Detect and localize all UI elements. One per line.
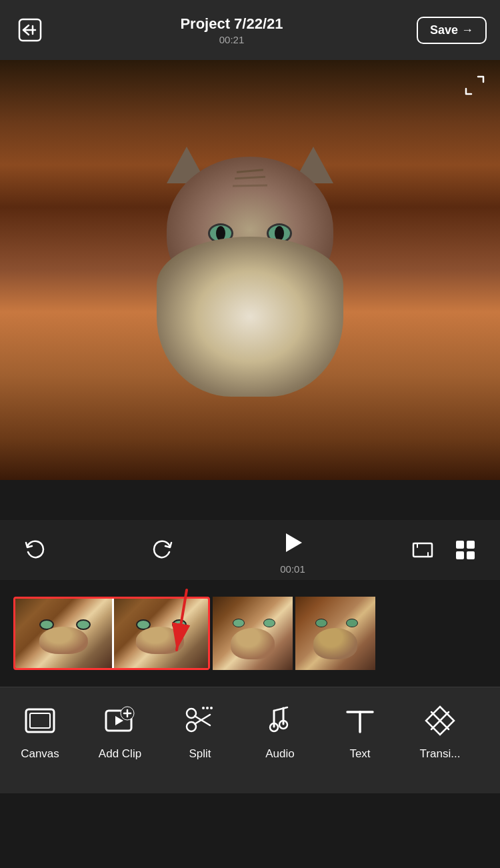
transition-icon-container bbox=[420, 701, 460, 741]
svg-line-20 bbox=[195, 715, 210, 724]
undo-button[interactable] bbox=[20, 535, 49, 565]
text-tool[interactable]: Text bbox=[320, 701, 400, 761]
canvas-icon-container bbox=[20, 701, 60, 741]
right-controls bbox=[408, 535, 480, 565]
text-label: Text bbox=[349, 747, 370, 761]
svg-point-23 bbox=[210, 707, 213, 709]
audio-icon bbox=[261, 701, 299, 740]
fullscreen-button[interactable] bbox=[461, 72, 488, 99]
svg-line-26 bbox=[274, 707, 287, 711]
mini-cat-face-4 bbox=[313, 628, 357, 659]
dark-gap bbox=[0, 480, 500, 520]
mini-eye-r-4 bbox=[346, 619, 358, 627]
aspect-ratio-button[interactable] bbox=[408, 535, 437, 565]
project-title: Project 7/22/21 bbox=[180, 15, 283, 33]
cat-face bbox=[143, 143, 357, 397]
back-button[interactable] bbox=[13, 13, 47, 47]
svg-rect-8 bbox=[467, 551, 475, 559]
mini-cat-face-3 bbox=[231, 628, 275, 659]
text-icon-container bbox=[340, 701, 380, 741]
transition-tool[interactable]: Transi... bbox=[400, 701, 480, 761]
controls-bar: 00:01 bbox=[0, 520, 500, 580]
clip-thumbnail-2 bbox=[112, 599, 209, 668]
header: Project 7/22/21 00:21 Save → bbox=[0, 0, 500, 60]
exit-icon bbox=[17, 17, 43, 43]
canvas-tool[interactable]: Canvas bbox=[0, 701, 80, 761]
project-duration: 00:21 bbox=[180, 34, 283, 45]
timeline-playhead bbox=[112, 599, 114, 668]
mini-cat-face-1 bbox=[39, 627, 87, 655]
add-clip-icon bbox=[101, 701, 139, 740]
clip-right-half bbox=[112, 599, 209, 668]
redo-button[interactable] bbox=[148, 535, 177, 565]
split-tool[interactable]: Split bbox=[160, 701, 240, 761]
aspect-ratio-icon bbox=[410, 537, 435, 563]
svg-rect-11 bbox=[30, 713, 50, 728]
add-clip-label: Add Clip bbox=[99, 747, 141, 761]
svg-marker-3 bbox=[286, 533, 302, 552]
playback-time: 00:01 bbox=[280, 563, 305, 575]
clip-thumbnail-1 bbox=[15, 599, 112, 668]
clip-left-half bbox=[15, 599, 112, 668]
timeline[interactable] bbox=[0, 580, 500, 687]
transition-icon bbox=[421, 701, 459, 740]
svg-rect-7 bbox=[456, 551, 464, 559]
audio-icon-container bbox=[260, 701, 300, 741]
mini-eye-r-1 bbox=[76, 619, 91, 630]
split-icon bbox=[181, 701, 219, 740]
save-button[interactable]: Save → bbox=[417, 17, 487, 44]
text-icon bbox=[341, 701, 379, 740]
bottom-toolbar: Canvas Add Clip bbox=[0, 687, 500, 793]
svg-point-21 bbox=[202, 707, 205, 709]
split-label: Split bbox=[189, 747, 211, 761]
transition-label: Transi... bbox=[420, 747, 461, 761]
clip-3[interactable] bbox=[295, 597, 375, 670]
timeline-track[interactable] bbox=[13, 593, 375, 673]
clip-thumbnail-4 bbox=[295, 597, 375, 670]
clip-thumbnail-3 bbox=[213, 597, 293, 670]
audio-tool[interactable]: Audio bbox=[240, 701, 320, 761]
mini-eye-l-3 bbox=[233, 619, 245, 627]
svg-rect-5 bbox=[456, 541, 464, 549]
stripe-2 bbox=[235, 176, 265, 179]
redo-icon bbox=[150, 537, 175, 563]
selected-clip[interactable] bbox=[13, 597, 210, 670]
play-icon bbox=[278, 528, 307, 557]
video-content bbox=[0, 60, 500, 480]
fullscreen-icon bbox=[463, 74, 486, 97]
svg-rect-4 bbox=[413, 543, 432, 557]
grid-view-button[interactable] bbox=[451, 535, 480, 565]
canvas-icon bbox=[21, 701, 59, 740]
stripe-3 bbox=[233, 185, 267, 187]
undo-icon bbox=[22, 537, 47, 563]
split-icon-container bbox=[180, 701, 220, 741]
add-clip-tool[interactable]: Add Clip bbox=[80, 701, 160, 761]
header-center: Project 7/22/21 00:21 bbox=[180, 15, 283, 45]
cat-body bbox=[157, 237, 343, 397]
audio-label: Audio bbox=[265, 747, 294, 761]
add-clip-icon-container bbox=[100, 701, 140, 741]
play-section: 00:01 bbox=[276, 526, 309, 575]
mini-eye-r-3 bbox=[263, 619, 275, 627]
svg-rect-6 bbox=[467, 541, 475, 549]
canvas-label: Canvas bbox=[21, 747, 59, 761]
svg-point-22 bbox=[206, 707, 209, 709]
mini-cat-face-2 bbox=[136, 627, 184, 655]
video-preview bbox=[0, 60, 500, 480]
mini-eye-l-4 bbox=[315, 619, 327, 627]
grid-icon bbox=[453, 537, 478, 563]
clip-2[interactable] bbox=[213, 597, 293, 670]
play-button[interactable] bbox=[276, 526, 309, 559]
svg-line-18 bbox=[195, 716, 210, 725]
stripe-1 bbox=[237, 169, 263, 173]
